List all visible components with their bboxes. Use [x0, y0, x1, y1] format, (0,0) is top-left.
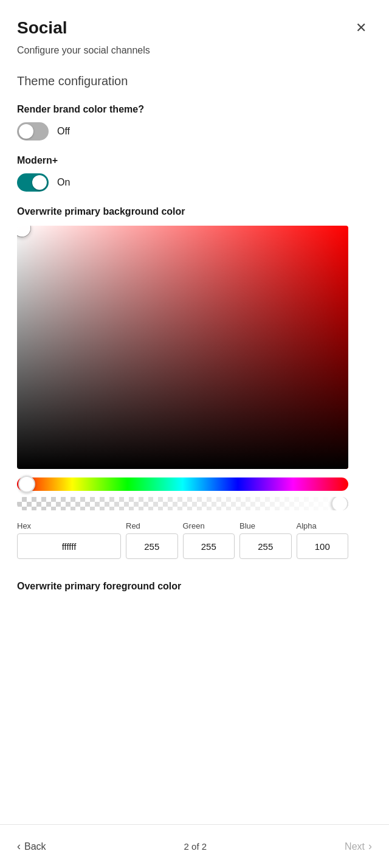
alpha-slider-container	[17, 497, 348, 510]
alpha-thumb[interactable]	[331, 497, 348, 510]
render-brand-toggle[interactable]	[17, 122, 49, 141]
gradient-layer-brightness	[17, 226, 348, 469]
modern-plus-toggle-row: On	[17, 173, 372, 192]
blue-group: Blue	[239, 521, 292, 559]
section-title: Theme configuration	[0, 68, 389, 99]
primary-bg-label: Overwrite primary background color	[17, 206, 372, 217]
hue-slider[interactable]	[17, 477, 348, 491]
primary-fg-label: Overwrite primary foreground color	[17, 581, 372, 592]
hex-group: Hex	[17, 521, 121, 559]
header: Social ✕	[0, 0, 389, 45]
page-indicator: 2 of 2	[184, 841, 207, 852]
modern-plus-setting: Modern+ On	[0, 150, 389, 201]
render-brand-toggle-row: Off	[17, 122, 372, 141]
modern-plus-label: Modern+	[17, 155, 372, 166]
red-label: Red	[126, 521, 178, 530]
close-icon: ✕	[356, 20, 367, 36]
green-label: Green	[183, 521, 235, 530]
color-values-row: Hex Red Green Blue Alpha	[17, 521, 348, 559]
red-input[interactable]	[126, 533, 178, 559]
alpha-input[interactable]	[297, 533, 349, 559]
color-gradient-box[interactable]	[17, 226, 348, 469]
modern-plus-toggle[interactable]	[17, 173, 49, 192]
back-label: Back	[24, 841, 46, 852]
page-title: Social	[17, 18, 67, 38]
modern-plus-thumb	[32, 175, 47, 190]
chevron-right-icon: ›	[368, 840, 372, 853]
blue-label: Blue	[239, 521, 292, 530]
alpha-slider[interactable]	[17, 497, 348, 510]
alpha-slider-inner	[17, 497, 348, 510]
alpha-label: Alpha	[297, 521, 349, 530]
render-brand-state: Off	[57, 126, 70, 137]
blue-input[interactable]	[239, 533, 292, 559]
hue-slider-container	[17, 477, 348, 491]
render-brand-thumb	[19, 124, 33, 139]
red-group: Red	[126, 521, 178, 559]
hue-thumb[interactable]	[18, 476, 35, 493]
green-input[interactable]	[183, 533, 235, 559]
next-button[interactable]: Next ›	[345, 840, 372, 853]
back-button[interactable]: ‹ Back	[17, 840, 46, 853]
render-brand-setting: Render brand color theme? Off	[0, 99, 389, 150]
hex-label: Hex	[17, 521, 121, 530]
bottom-nav: ‹ Back 2 of 2 Next ›	[0, 824, 389, 868]
alpha-group: Alpha	[297, 521, 349, 559]
green-group: Green	[183, 521, 235, 559]
page-container: Social ✕ Configure your social channels …	[0, 0, 389, 868]
primary-fg-section: Overwrite primary foreground color	[0, 569, 389, 602]
primary-bg-section: Overwrite primary background color Hex	[0, 201, 389, 569]
chevron-left-icon: ‹	[17, 840, 21, 853]
render-brand-label: Render brand color theme?	[17, 104, 372, 115]
next-label: Next	[345, 841, 365, 852]
hex-input[interactable]	[17, 533, 121, 559]
modern-plus-state: On	[57, 177, 70, 188]
close-button[interactable]: ✕	[350, 17, 372, 39]
subtitle: Configure your social channels	[0, 45, 389, 68]
